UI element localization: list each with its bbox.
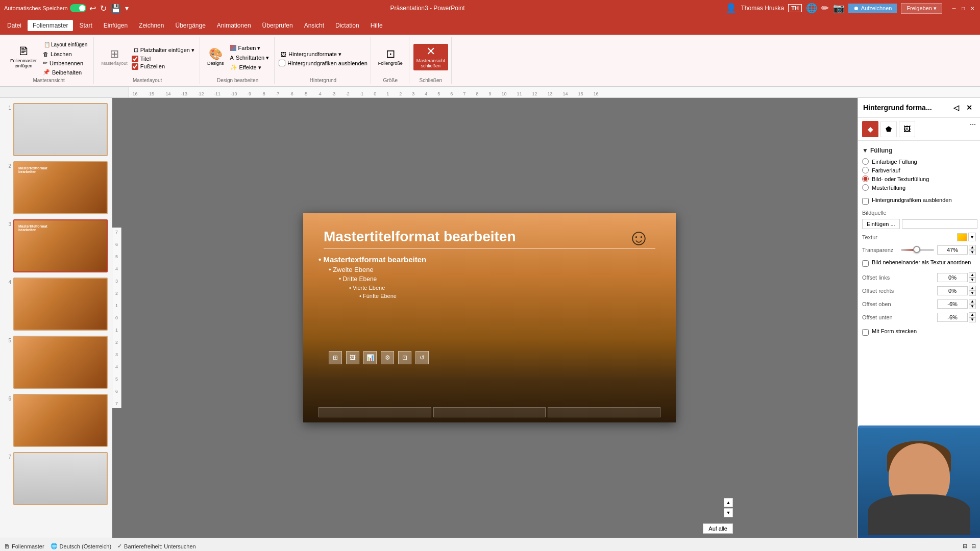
scroll-up-btn[interactable]: ▲ — [724, 498, 733, 507]
menu-ueberprueefen[interactable]: Überprüfen — [257, 20, 298, 31]
offset-oben-label: Offset oben — [862, 301, 891, 307]
offset-links-down[interactable]: ▼ — [969, 278, 976, 283]
folienmaster-einfuegen-btn[interactable]: 🖹 Folienmastereinfügen — [7, 44, 40, 70]
transparenz-up-btn[interactable]: ▲ — [969, 245, 976, 250]
menu-datei[interactable]: Datei — [2, 20, 27, 31]
menu-zeichnen[interactable]: Zeichnen — [134, 20, 169, 31]
transparenz-down-btn[interactable]: ▼ — [969, 250, 976, 255]
slide-7-image[interactable] — [13, 452, 108, 505]
hintergrundformate-btn[interactable]: 🖼 Hintergrundformate ▾ — [279, 50, 368, 59]
redo-icon[interactable]: ↻ — [100, 4, 107, 13]
nebeneinander-checkbox[interactable] — [862, 260, 869, 267]
offset-unten-input[interactable] — [937, 313, 968, 322]
fusszeilen-checkbox[interactable] — [132, 63, 138, 70]
share-button[interactable]: Freigeben ▾ — [901, 3, 942, 14]
slide-thumb-2[interactable]: 2 Mastertextformatbearbeiten — [2, 160, 110, 215]
radio-farbverlauf-input[interactable] — [862, 167, 869, 173]
save-icon[interactable]: 💾 — [111, 4, 121, 13]
offset-oben-down[interactable]: ▼ — [969, 304, 976, 309]
titel-checkbox[interactable] — [132, 56, 138, 62]
panel-close-btn[interactable]: ✕ — [964, 102, 975, 113]
minimize-button[interactable]: ─ — [950, 5, 958, 12]
panel-tab-image[interactable]: 🖼 — [899, 121, 915, 137]
offset-rechts-up[interactable]: ▲ — [969, 286, 976, 291]
offset-oben-up[interactable]: ▲ — [969, 299, 976, 304]
mit-form-checkbox[interactable] — [862, 329, 869, 336]
schriftarten-btn[interactable]: A Schriftarten ▾ — [228, 54, 272, 62]
transparenz-slider[interactable] — [901, 249, 934, 251]
camera-icon: 📷 — [833, 3, 844, 14]
menu-folienmaster[interactable]: Folienmaster — [28, 20, 73, 31]
slide-thumb-4[interactable]: 4 — [2, 277, 110, 332]
menu-hilfe[interactable]: Hilfe — [365, 20, 388, 31]
slide-thumb-7[interactable]: 7 — [2, 451, 110, 506]
menu-animationen[interactable]: Animationen — [212, 20, 256, 31]
menu-ansicht[interactable]: Ansicht — [299, 20, 329, 31]
record-button[interactable]: ⏺ Aufzeichnen — [848, 4, 897, 13]
webcam-overlay — [858, 425, 980, 538]
autosave-toggle[interactable] — [70, 4, 86, 12]
close-button[interactable]: ✕ — [969, 5, 976, 12]
slide-2-image[interactable]: Mastertextformatbearbeiten — [13, 161, 108, 214]
view-grid-btn[interactable]: ⊟ — [971, 543, 976, 549]
menu-einfuegen[interactable]: Einfügen — [99, 20, 133, 31]
radio-einfarbig-input[interactable] — [862, 158, 869, 165]
restore-button[interactable]: □ — [960, 5, 967, 12]
designs-btn[interactable]: 🎨 Designs — [204, 46, 227, 68]
more-btn[interactable]: ▾ — [125, 4, 129, 12]
offset-unten-up[interactable]: ▲ — [969, 312, 976, 317]
slide-3-image[interactable]: Mastertitelformatbearbeiten — [13, 219, 108, 272]
effekte-btn[interactable]: ✨ Effekte ▾ — [228, 63, 272, 72]
slide-4-image[interactable] — [13, 278, 108, 331]
slide-6-image[interactable] — [13, 394, 108, 447]
textur-dropdown-btn[interactable]: ▾ — [968, 233, 976, 241]
slide-thumb-1[interactable]: 1 — [2, 102, 110, 157]
panel-extra-icon[interactable]: ⋯ — [970, 121, 976, 137]
panel-tab-shape[interactable]: ⬟ — [880, 121, 897, 137]
transparenz-thumb[interactable] — [913, 246, 920, 253]
toggle-knob — [79, 5, 85, 11]
foliengroesse-btn[interactable]: ⊡ Foliengröße — [375, 46, 406, 68]
offset-rechts-row: Offset rechts ▲ ▼ — [862, 284, 976, 297]
beibehalten-btn[interactable]: 📌 Beibehalten — [41, 68, 90, 77]
farben-btn[interactable]: Farben ▾ — [228, 44, 272, 53]
loeschen-btn[interactable]: 🗑 Löschen — [41, 50, 90, 58]
bildquelle-input[interactable] — [902, 219, 977, 229]
platzhalter-einfuegen-btn[interactable]: ⊡ Platzhalter einfügen ▾ — [132, 46, 197, 55]
masterlayout-btn[interactable]: ⊞ Masterlayout — [98, 46, 131, 68]
panel-back-btn[interactable]: ◁ — [950, 102, 962, 113]
scroll-down-btn[interactable]: ▼ — [724, 508, 733, 517]
folienmaster-label: Folienmastereinfügen — [10, 58, 37, 68]
menu-uebergaenge[interactable]: Übergänge — [170, 20, 210, 31]
titlebar: Automatisches Speichern ↩ ↻ 💾 ▾ Präsenta… — [0, 0, 980, 16]
undo-icon[interactable]: ↩ — [89, 4, 96, 13]
fill-section-header[interactable]: ▼ Füllung — [862, 145, 976, 157]
offset-oben-input[interactable] — [937, 299, 968, 309]
offset-rechts-down[interactable]: ▼ — [969, 291, 976, 296]
masterlayout-icon: ⊞ — [110, 48, 119, 60]
radio-bild-textur-input[interactable] — [862, 176, 869, 182]
umbenennen-btn[interactable]: ✏ Umbenennen — [41, 59, 90, 67]
masteransicht-schliessen-btn[interactable]: ✕ Masteransichtschließen — [413, 44, 448, 70]
offset-links-input[interactable] — [937, 273, 968, 282]
panel-tab-fill[interactable]: ◆ — [862, 121, 878, 137]
layout-einfuegen-btn[interactable]: 📋 Layout einfügen — [41, 40, 90, 49]
menu-start[interactable]: Start — [74, 20, 97, 31]
hintergrundgrafiken-checkbox[interactable] — [279, 60, 285, 66]
einfuegen-button[interactable]: Einfügen ... — [862, 219, 900, 229]
view-normal-btn[interactable]: ⊞ — [963, 543, 967, 549]
offset-unten-down[interactable]: ▼ — [969, 317, 976, 322]
auf-alle-button[interactable]: Auf alle — [703, 523, 733, 534]
slide-thumb-5[interactable]: 5 — [2, 335, 110, 390]
statusbar: 🖹 Folienmaster 🌐 Deutsch (Österreich) ✓ … — [0, 538, 980, 551]
hintergrafiken-hide-checkbox[interactable] — [862, 198, 869, 205]
offset-links-up[interactable]: ▲ — [969, 272, 976, 278]
transparenz-value-input[interactable] — [937, 245, 968, 255]
slide-thumb-3[interactable]: 3 Mastertitelformatbearbeiten — [2, 218, 110, 273]
radio-musterfuellung-input[interactable] — [862, 184, 869, 191]
slide-5-image[interactable] — [13, 336, 108, 389]
offset-rechts-input[interactable] — [937, 286, 968, 295]
slide-1-image[interactable] — [13, 103, 108, 156]
menu-dictation[interactable]: Dictation — [330, 20, 364, 31]
slide-thumb-6[interactable]: 6 — [2, 393, 110, 448]
